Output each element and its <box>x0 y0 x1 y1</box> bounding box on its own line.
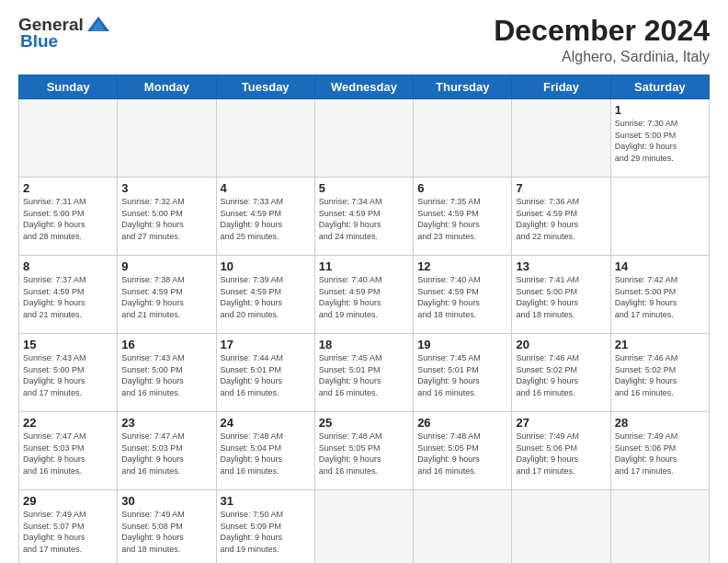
month-title: December 2024 <box>494 15 710 47</box>
weekday-header-friday: Friday <box>512 75 610 99</box>
calendar-cell-16: 16Sunrise: 7:43 AMSunset: 5:00 PMDayligh… <box>118 334 216 412</box>
day-number: 12 <box>417 259 507 273</box>
day-info: Sunrise: 7:43 AMSunset: 5:00 PMDaylight:… <box>121 353 185 397</box>
calendar-cell-20: 20Sunrise: 7:46 AMSunset: 5:02 PMDayligh… <box>512 334 610 412</box>
calendar-cell-7: 7Sunrise: 7:36 AMSunset: 4:59 PMDaylight… <box>512 178 610 256</box>
day-number: 5 <box>319 181 409 195</box>
calendar-cell-empty <box>216 99 314 178</box>
day-info: Sunrise: 7:49 AMSunset: 5:08 PMDaylight:… <box>121 510 185 554</box>
calendar-table: SundayMondayTuesdayWednesdayThursdayFrid… <box>18 75 710 563</box>
calendar-cell-6: 6Sunrise: 7:35 AMSunset: 4:59 PMDaylight… <box>414 178 512 256</box>
calendar-cell-31: 31Sunrise: 7:50 AMSunset: 5:09 PMDayligh… <box>216 490 314 563</box>
day-info: Sunrise: 7:40 AMSunset: 4:59 PMDaylight:… <box>417 275 481 319</box>
logo-blue: Blue <box>20 31 58 52</box>
day-number: 31 <box>221 494 311 508</box>
calendar-cell-14: 14Sunrise: 7:42 AMSunset: 5:00 PMDayligh… <box>610 256 709 334</box>
page: General Blue December 2024 Alghero, Sard… <box>0 0 728 563</box>
day-number: 22 <box>23 416 113 430</box>
day-number: 14 <box>615 259 705 273</box>
calendar-cell-empty <box>118 99 216 178</box>
day-info: Sunrise: 7:33 AMSunset: 4:59 PMDaylight:… <box>221 197 284 241</box>
calendar-cell-empty <box>19 99 118 178</box>
day-info: Sunrise: 7:44 AMSunset: 5:01 PMDaylight:… <box>221 353 284 397</box>
calendar-row-1: 1Sunrise: 7:30 AMSunset: 5:00 PMDaylight… <box>19 99 710 178</box>
calendar-cell-19: 19Sunrise: 7:45 AMSunset: 5:01 PMDayligh… <box>414 334 512 412</box>
calendar-row-4: 15Sunrise: 7:43 AMSunset: 5:00 PMDayligh… <box>19 334 710 412</box>
logo: General Blue <box>18 15 111 52</box>
calendar-cell-10: 10Sunrise: 7:39 AMSunset: 4:59 PMDayligh… <box>216 256 314 334</box>
weekday-header-tuesday: Tuesday <box>216 75 314 99</box>
calendar-cell-empty <box>414 490 512 563</box>
day-info: Sunrise: 7:37 AMSunset: 4:59 PMDaylight:… <box>23 275 86 319</box>
day-info: Sunrise: 7:43 AMSunset: 5:00 PMDaylight:… <box>23 353 86 397</box>
calendar-cell-29: 29Sunrise: 7:49 AMSunset: 5:07 PMDayligh… <box>19 490 118 563</box>
calendar-cell-28: 28Sunrise: 7:49 AMSunset: 5:06 PMDayligh… <box>610 412 709 490</box>
day-number: 13 <box>516 259 606 273</box>
day-number: 4 <box>221 181 311 195</box>
location-subtitle: Alghero, Sardinia, Italy <box>494 49 710 65</box>
calendar-cell-5: 5Sunrise: 7:34 AMSunset: 4:59 PMDaylight… <box>314 178 413 256</box>
day-info: Sunrise: 7:50 AMSunset: 5:09 PMDaylight:… <box>221 510 284 554</box>
calendar-cell-22: 22Sunrise: 7:47 AMSunset: 5:03 PMDayligh… <box>19 412 118 490</box>
day-info: Sunrise: 7:42 AMSunset: 5:00 PMDaylight:… <box>615 275 678 319</box>
calendar-cell-empty <box>314 490 413 563</box>
calendar-cell-17: 17Sunrise: 7:44 AMSunset: 5:01 PMDayligh… <box>216 334 314 412</box>
day-number: 6 <box>417 181 507 195</box>
day-number: 9 <box>121 259 211 273</box>
calendar-cell-13: 13Sunrise: 7:41 AMSunset: 5:00 PMDayligh… <box>512 256 610 334</box>
day-info: Sunrise: 7:38 AMSunset: 4:59 PMDaylight:… <box>121 275 185 319</box>
day-info: Sunrise: 7:49 AMSunset: 5:06 PMDaylight:… <box>615 431 678 476</box>
day-info: Sunrise: 7:40 AMSunset: 4:59 PMDaylight:… <box>319 275 382 319</box>
day-number: 7 <box>516 181 606 195</box>
day-number: 30 <box>121 494 211 508</box>
day-number: 8 <box>23 259 113 273</box>
day-info: Sunrise: 7:49 AMSunset: 5:07 PMDaylight:… <box>23 510 86 554</box>
day-info: Sunrise: 7:30 AMSunset: 5:00 PMDaylight:… <box>615 119 678 163</box>
calendar-cell-15: 15Sunrise: 7:43 AMSunset: 5:00 PMDayligh… <box>19 334 118 412</box>
calendar-cell-empty <box>610 490 709 563</box>
day-number: 19 <box>417 338 507 351</box>
day-info: Sunrise: 7:48 AMSunset: 5:04 PMDaylight:… <box>221 431 284 476</box>
day-number: 11 <box>319 259 409 273</box>
day-info: Sunrise: 7:46 AMSunset: 5:02 PMDaylight:… <box>615 353 678 397</box>
day-number: 15 <box>23 338 113 351</box>
day-info: Sunrise: 7:41 AMSunset: 5:00 PMDaylight:… <box>516 275 579 319</box>
calendar-cell-23: 23Sunrise: 7:47 AMSunset: 5:03 PMDayligh… <box>118 412 216 490</box>
day-info: Sunrise: 7:47 AMSunset: 5:03 PMDaylight:… <box>23 431 86 476</box>
calendar-cell-empty <box>512 490 610 563</box>
calendar-row-6: 29Sunrise: 7:49 AMSunset: 5:07 PMDayligh… <box>19 490 710 563</box>
calendar-cell-11: 11Sunrise: 7:40 AMSunset: 4:59 PMDayligh… <box>314 256 413 334</box>
day-number: 2 <box>23 181 113 195</box>
day-number: 21 <box>615 338 705 351</box>
day-number: 27 <box>516 416 606 430</box>
calendar-cell-empty <box>512 99 610 178</box>
day-info: Sunrise: 7:45 AMSunset: 5:01 PMDaylight:… <box>319 353 382 397</box>
weekday-header-thursday: Thursday <box>414 75 512 99</box>
day-info: Sunrise: 7:49 AMSunset: 5:06 PMDaylight:… <box>516 431 579 476</box>
weekday-header-saturday: Saturday <box>610 75 709 99</box>
calendar-header-row: SundayMondayTuesdayWednesdayThursdayFrid… <box>19 75 710 99</box>
calendar-cell-26: 26Sunrise: 7:48 AMSunset: 5:05 PMDayligh… <box>414 412 512 490</box>
day-number: 29 <box>23 494 113 508</box>
day-info: Sunrise: 7:36 AMSunset: 4:59 PMDaylight:… <box>516 197 579 241</box>
day-info: Sunrise: 7:45 AMSunset: 5:01 PMDaylight:… <box>417 353 481 397</box>
calendar-row-5: 22Sunrise: 7:47 AMSunset: 5:03 PMDayligh… <box>19 412 710 490</box>
title-section: December 2024 Alghero, Sardinia, Italy <box>494 15 710 65</box>
weekday-header-sunday: Sunday <box>19 75 118 99</box>
calendar-cell-empty <box>314 99 413 178</box>
day-info: Sunrise: 7:34 AMSunset: 4:59 PMDaylight:… <box>319 197 382 241</box>
day-number: 17 <box>221 338 311 351</box>
day-number: 10 <box>221 259 311 273</box>
calendar-cell-27: 27Sunrise: 7:49 AMSunset: 5:06 PMDayligh… <box>512 412 610 490</box>
day-number: 26 <box>417 416 507 430</box>
calendar-row-2: 2Sunrise: 7:31 AMSunset: 5:00 PMDaylight… <box>19 178 710 256</box>
day-number: 28 <box>615 416 705 430</box>
day-info: Sunrise: 7:48 AMSunset: 5:05 PMDaylight:… <box>417 431 481 476</box>
calendar-cell-3: 3Sunrise: 7:32 AMSunset: 5:00 PMDaylight… <box>118 178 216 256</box>
day-number: 23 <box>121 416 211 430</box>
calendar-cell-30: 30Sunrise: 7:49 AMSunset: 5:08 PMDayligh… <box>118 490 216 563</box>
day-info: Sunrise: 7:31 AMSunset: 5:00 PMDaylight:… <box>23 197 86 241</box>
calendar-cell-25: 25Sunrise: 7:48 AMSunset: 5:05 PMDayligh… <box>314 412 413 490</box>
calendar-cell-1: 1Sunrise: 7:30 AMSunset: 5:00 PMDaylight… <box>610 99 709 178</box>
calendar-cell-12: 12Sunrise: 7:40 AMSunset: 4:59 PMDayligh… <box>414 256 512 334</box>
